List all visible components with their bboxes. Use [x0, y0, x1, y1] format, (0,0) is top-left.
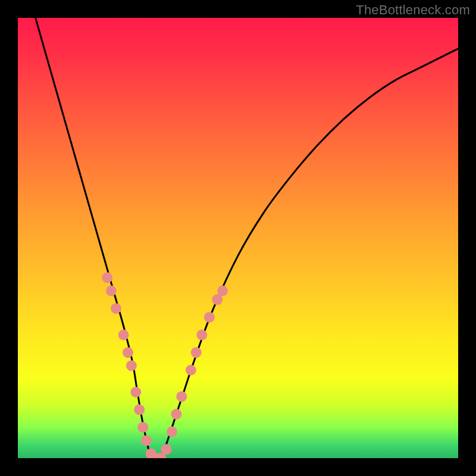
plot-area — [18, 18, 458, 458]
curve-marker — [123, 347, 133, 358]
curve-marker — [134, 405, 145, 415]
bottleneck-curve — [36, 18, 458, 458]
curve-marker — [191, 347, 202, 358]
curve-marker — [217, 286, 228, 296]
curve-marker — [186, 365, 196, 375]
curve-markers — [102, 273, 228, 458]
curve-marker — [118, 330, 129, 340]
chart-svg — [18, 18, 458, 458]
curve-marker — [130, 387, 141, 397]
watermark-label: TheBottleneck.com — [356, 2, 470, 18]
curve-marker — [106, 286, 117, 296]
curve-marker — [111, 303, 121, 314]
chart-frame: TheBottleneck.com — [0, 0, 476, 476]
curve-marker — [204, 312, 215, 322]
curve-marker — [141, 435, 152, 446]
curve-marker — [161, 444, 171, 455]
curve-marker — [137, 422, 148, 433]
curve-marker — [126, 361, 137, 371]
curve-marker — [196, 330, 207, 340]
curve-marker — [167, 427, 177, 437]
curve-marker — [102, 273, 112, 283]
curve-marker — [171, 409, 181, 419]
curve-marker — [176, 391, 187, 402]
